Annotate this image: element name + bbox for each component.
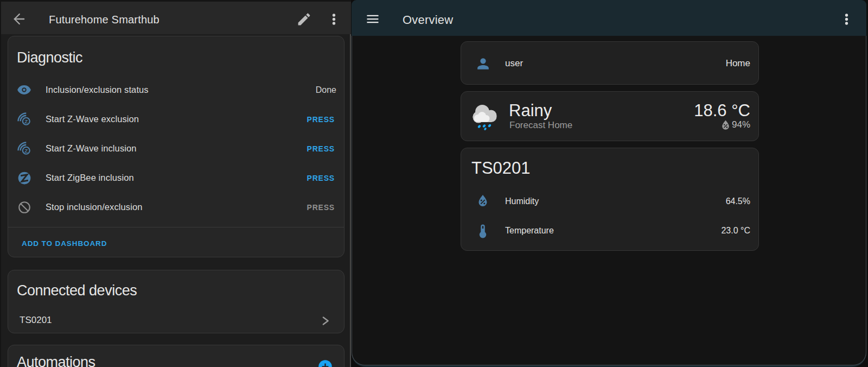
svg-text:Z: Z [24, 148, 28, 154]
svg-text:Z: Z [24, 118, 28, 124]
